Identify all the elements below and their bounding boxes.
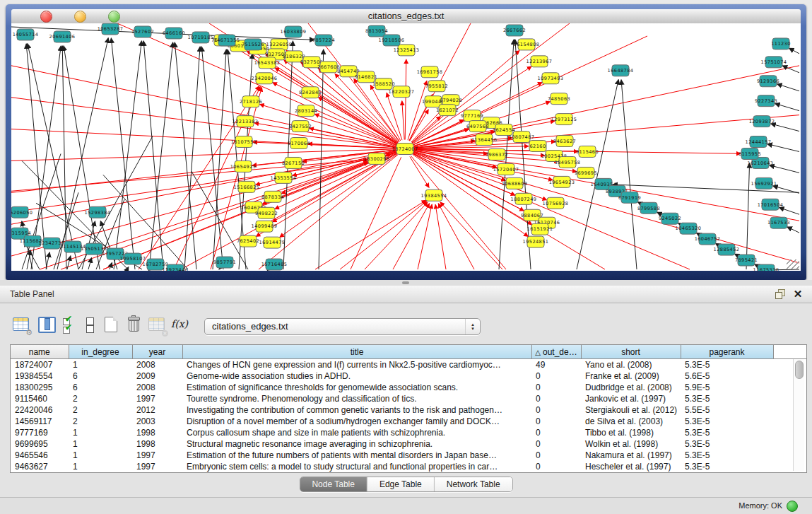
network-canvas[interactable]: 1872400718300295193845547663822866012889…	[11, 23, 801, 271]
table-cell[interactable]: Genome-wide association studies in ADHD.	[182, 370, 531, 382]
table-cell[interactable]: 49	[531, 359, 581, 371]
table-cell[interactable]: 2	[69, 393, 132, 404]
table-cell[interactable]: 2	[69, 416, 132, 427]
table-cell[interactable]: 5.3E-5	[681, 416, 773, 427]
table-cell[interactable]: 5.3E-5	[681, 359, 773, 371]
table-row[interactable]: 1872400712008Changes of HCN gene express…	[11, 359, 806, 371]
table-cell[interactable]: 2008	[132, 359, 182, 371]
new-table-icon[interactable]	[102, 315, 122, 335]
table-cell[interactable]: 0	[531, 438, 581, 450]
panel-splitter[interactable]	[0, 280, 812, 286]
black-edge[interactable]	[775, 103, 799, 110]
black-edge[interactable]	[789, 48, 799, 54]
black-edge[interactable]	[114, 41, 141, 269]
table-cell[interactable]: 1	[69, 427, 132, 438]
table-cell[interactable]: Embryonic stem cells: a model to study s…	[182, 461, 531, 472]
table-cell[interactable]: 2	[69, 404, 132, 416]
table-cell[interactable]: 14569117	[11, 416, 69, 427]
delete-table-icon[interactable]	[124, 315, 144, 335]
row-height-icon[interactable]	[81, 315, 100, 335]
float-icon[interactable]	[775, 289, 785, 299]
table-cell[interactable]: 5.6E-5	[681, 370, 773, 382]
red-edge[interactable]	[387, 93, 402, 140]
table-cell[interactable]: 9115460	[11, 393, 69, 404]
table-cell[interactable]: de Silva et al. (2003)	[581, 416, 681, 427]
table-cell[interactable]: 5.3E-5	[681, 438, 773, 450]
table-cell[interactable]: 0	[531, 370, 581, 382]
table-cell[interactable]: 5.5E-5	[681, 404, 773, 416]
column-header-year[interactable]: year	[132, 345, 182, 359]
table-cell[interactable]: 2009	[132, 370, 182, 382]
red-edge[interactable]	[340, 201, 427, 269]
window-titlebar[interactable]: citations_edges.txt	[11, 9, 801, 24]
table-row[interactable]: 977716911998Corpus callosum shape and si…	[11, 427, 806, 438]
table-cell[interactable]: Jankovic et al. (1997)	[581, 393, 681, 404]
table-cell[interactable]: 1	[69, 359, 132, 371]
column-select-icon[interactable]	[37, 315, 57, 335]
table-cell[interactable]: 1	[69, 450, 132, 461]
table-cell[interactable]: Wolkin et al. (1998)	[581, 438, 681, 450]
table-row[interactable]: 946554611997Estimation of the future num…	[11, 450, 806, 461]
black-edge[interactable]	[770, 165, 799, 173]
table-row[interactable]: 1456911722003Disruption of a novel membe…	[11, 416, 806, 427]
red-edge[interactable]	[402, 101, 404, 140]
black-edge[interactable]	[213, 49, 226, 269]
table-cell[interactable]: Structural magnetic resonance image aver…	[182, 438, 531, 450]
table-cell[interactable]: 0	[531, 382, 581, 393]
black-edge[interactable]	[782, 66, 799, 73]
red-edge[interactable]	[181, 153, 397, 269]
splitter-handle[interactable]	[402, 281, 409, 284]
scrollbar-thumb[interactable]	[795, 361, 804, 379]
red-edge[interactable]	[413, 36, 647, 145]
column-header-name[interactable]: name	[11, 345, 69, 359]
table-cell[interactable]: Yano et al. (2008)	[581, 359, 681, 371]
black-edge[interactable]	[201, 47, 223, 269]
vertical-scrollbar[interactable]	[793, 359, 804, 471]
tab-edge-table[interactable]: Edge Table	[367, 477, 435, 491]
red-edge[interactable]	[315, 200, 426, 269]
table-cell[interactable]: 1	[69, 461, 132, 472]
table-cell[interactable]: Disruption of a novel member of a sodium…	[182, 416, 531, 427]
table-cell[interactable]: Estimation of the future numbers of pati…	[182, 450, 531, 461]
table-cell[interactable]: 5.9E-5	[681, 382, 773, 393]
table-cell[interactable]: 1997	[132, 450, 182, 461]
table-cell[interactable]: 0	[531, 461, 581, 472]
network-graph[interactable]: 1872400718300295193845547663822866012889…	[11, 23, 801, 271]
column-header-title[interactable]: title	[182, 345, 531, 359]
column-header-short[interactable]: short	[581, 345, 681, 359]
table-cell[interactable]: Changes of HCN gene expression and I(f) …	[182, 359, 531, 371]
table-cell[interactable]: 1998	[132, 427, 182, 438]
table-cell[interactable]: Estimation of significance thresholds fo…	[182, 382, 531, 393]
black-edge[interactable]	[657, 212, 662, 214]
table-cell[interactable]: 18300295	[11, 382, 69, 393]
red-edge[interactable]	[418, 204, 432, 269]
table-cell[interactable]: Stergiakouli et al. (2012)	[581, 404, 681, 416]
black-edge[interactable]	[767, 144, 799, 152]
table-cell[interactable]: 5.3E-5	[681, 450, 773, 461]
table-cell[interactable]: 0	[531, 416, 581, 427]
black-edge[interactable]	[283, 41, 293, 269]
black-edge[interactable]	[621, 80, 637, 269]
red-edge[interactable]	[438, 204, 474, 269]
table-cell[interactable]: 9777169	[11, 427, 69, 438]
table-cell[interactable]: 6	[69, 382, 132, 393]
table-cell[interactable]: Tourette syndrome. Phenomenology and cla…	[182, 393, 531, 404]
table-cell[interactable]: Nakamura et al. (1997)	[581, 450, 681, 461]
tab-node-table[interactable]: Node Table	[300, 477, 367, 491]
table-cell[interactable]: Tibbo et al. (1998)	[581, 427, 681, 438]
black-edge[interactable]	[777, 84, 799, 91]
table-cell[interactable]: 9699695	[11, 438, 69, 450]
red-edge[interactable]	[440, 202, 502, 269]
red-edge[interactable]	[413, 151, 799, 263]
table-cell[interactable]: 5.3E-5	[681, 393, 773, 404]
red-edge[interactable]	[411, 156, 506, 269]
table-row[interactable]: 2242004622012Investigating the contribut…	[11, 404, 806, 416]
black-edge[interactable]	[184, 47, 200, 269]
column-header-indegree[interactable]: in_degree	[69, 345, 132, 359]
table-cell[interactable]: 0	[531, 450, 581, 461]
table-row[interactable]: 1830029562008Estimation of significance …	[11, 382, 806, 393]
black-edge[interactable]	[746, 163, 750, 269]
table-cell[interactable]: 1998	[132, 438, 182, 450]
table-cell[interactable]: 2003	[132, 416, 182, 427]
black-edge[interactable]	[143, 41, 163, 269]
